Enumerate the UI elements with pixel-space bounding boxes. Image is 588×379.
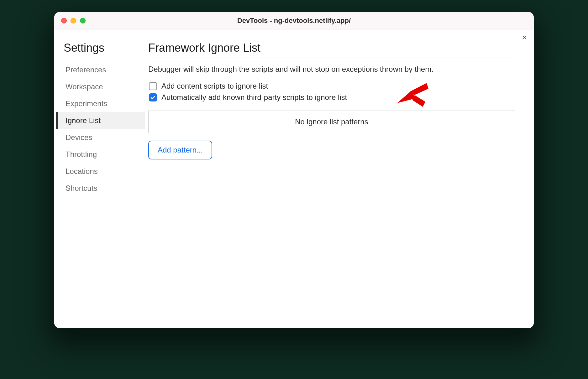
checkbox-label: Automatically add known third-party scri…	[161, 93, 347, 102]
sidebar-item-label: Experiments	[66, 99, 107, 108]
svg-marker-2	[412, 96, 425, 107]
page-description: Debugger will skip through the scripts a…	[148, 65, 515, 74]
sidebar-item-label: Workspace	[66, 82, 103, 91]
settings-sidebar: Settings Preferences Workspace Experimen…	[54, 29, 145, 328]
sidebar-item-label: Devices	[66, 133, 92, 142]
sidebar-items: Preferences Workspace Experiments Ignore…	[62, 61, 145, 197]
checkbox-content-scripts[interactable]	[149, 82, 157, 90]
titlebar: DevTools - ng-devtools.netlify.app/	[54, 12, 534, 29]
checkbox-row-third-party[interactable]: Automatically add known third-party scri…	[148, 93, 515, 102]
checkbox-third-party[interactable]	[149, 93, 157, 101]
sidebar-item-shortcuts[interactable]: Shortcuts	[56, 180, 145, 197]
page-title: Framework Ignore List	[148, 41, 515, 58]
check-icon	[150, 95, 156, 100]
ignore-list-patterns-box: No ignore list patterns	[148, 111, 515, 133]
sidebar-item-devices[interactable]: Devices	[56, 129, 145, 146]
sidebar-item-experiments[interactable]: Experiments	[56, 95, 145, 112]
sidebar-item-throttling[interactable]: Throttling	[56, 146, 145, 163]
sidebar-item-ignore-list[interactable]: Ignore List	[56, 112, 145, 129]
sidebar-item-label: Throttling	[66, 150, 97, 158]
maximize-window-button[interactable]	[80, 18, 86, 23]
sidebar-item-label: Locations	[66, 167, 98, 175]
add-pattern-label: Add pattern...	[158, 146, 203, 154]
svg-marker-0	[397, 91, 417, 103]
patterns-empty-text: No ignore list patterns	[295, 117, 368, 126]
checkbox-row-content-scripts[interactable]: Add content scripts to ignore list	[148, 82, 515, 91]
devtools-window: DevTools - ng-devtools.netlify.app/ × Se…	[54, 12, 534, 328]
window-title: DevTools - ng-devtools.netlify.app/	[237, 17, 351, 25]
sidebar-item-label: Shortcuts	[66, 184, 97, 192]
add-pattern-button[interactable]: Add pattern...	[148, 141, 212, 159]
settings-body: × Settings Preferences Workspace Experim…	[54, 29, 534, 328]
settings-main: Framework Ignore List Debugger will skip…	[145, 29, 534, 328]
close-settings-button[interactable]: ×	[522, 33, 527, 42]
sidebar-item-preferences[interactable]: Preferences	[56, 61, 145, 78]
sidebar-item-workspace[interactable]: Workspace	[56, 78, 145, 95]
sidebar-item-label: Preferences	[66, 65, 106, 74]
sidebar-item-locations[interactable]: Locations	[56, 163, 145, 180]
traffic-lights	[61, 18, 86, 23]
sidebar-title: Settings	[62, 41, 145, 55]
minimize-window-button[interactable]	[71, 18, 76, 23]
sidebar-item-label: Ignore List	[66, 116, 101, 125]
checkbox-label: Add content scripts to ignore list	[161, 82, 268, 91]
close-window-button[interactable]	[61, 18, 67, 23]
